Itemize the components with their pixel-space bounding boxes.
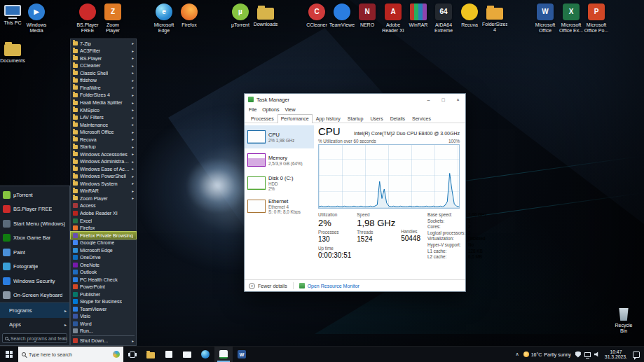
perf-tile-memory[interactable]: Memory2,5/3,9 GB (64%) xyxy=(245,148,314,172)
flyout-item-lav-filters[interactable]: LAV Filters▸ xyxy=(71,113,136,121)
flyout-item-excel[interactable]: Excel xyxy=(71,217,136,225)
flyout-item-haali-media-splitter[interactable]: Haali Media Splitter▸ xyxy=(71,99,136,106)
minimize-button[interactable]: – xyxy=(421,94,436,105)
flyout-item-ffdshow[interactable]: ffdshow▸ xyxy=(71,77,136,85)
tab-startup[interactable]: Startup xyxy=(344,114,367,123)
taskbar-app-edge[interactable] xyxy=(196,347,214,362)
weather-widget[interactable]: 16°C Partly sunny xyxy=(523,351,571,357)
desktop-icon-bs-player-free[interactable]: BS.Player FREE xyxy=(75,4,100,34)
perf-tile-disk-0-c[interactable]: Disk 0 (C:)HDD2% xyxy=(245,172,314,195)
close-button[interactable]: × xyxy=(451,94,465,105)
open-resource-monitor-link[interactable]: Open Resource Monitor xyxy=(308,284,359,288)
desktop-icon-teamviewer[interactable]: TeamViewer xyxy=(329,4,355,28)
start-item-fotografije[interactable]: Fotografije xyxy=(0,260,69,274)
menu-file[interactable]: File xyxy=(246,107,259,112)
hidden-icons-chevron[interactable]: ∧ xyxy=(516,351,519,357)
menu-options[interactable]: Options xyxy=(259,107,282,112)
perf-tile-cpu[interactable]: CPU2% 1,98 GHz xyxy=(245,125,314,148)
flyout-item-firefox[interactable]: Firefox xyxy=(71,224,136,232)
flyout-item-ccleaner[interactable]: CCleaner▸ xyxy=(71,62,136,70)
desktop-icon-nero[interactable]: NNERO xyxy=(355,4,380,28)
flyout-item-windows-ease-of-access[interactable]: Windows Ease of Access▸ xyxy=(71,165,136,173)
flyout-item-word[interactable]: Word xyxy=(71,320,136,328)
shield-icon[interactable] xyxy=(575,351,581,358)
start-menu-search-input[interactable]: Search programs and features xyxy=(2,333,67,343)
flyout-item-windows-accessories[interactable]: Windows Accessories▸ xyxy=(71,151,136,158)
flyout-item-bs-player[interactable]: BS.Player▸ xyxy=(71,55,136,62)
desktop-icon-torrent[interactable]: µµTorrent xyxy=(228,4,253,28)
desktop-icon-firefox[interactable]: Firefox xyxy=(177,4,202,28)
desktop-icon-this-pc[interactable]: This PC xyxy=(0,4,25,26)
flyout-item-7-zip[interactable]: 7-Zip▸ xyxy=(71,40,136,48)
desktop-icon-microsoft-office-po[interactable]: PMicrosoft Office Po... xyxy=(584,4,609,34)
taskbar-clock[interactable]: 10:47 31.3.2023. xyxy=(605,349,627,360)
taskbar-app-word[interactable]: W xyxy=(233,347,251,362)
flyout-item-windows-powershell[interactable]: Windows PowerShell▸ xyxy=(71,173,136,181)
desktop-icon-microsoft-edge[interactable]: eMicrosoft Edge xyxy=(151,4,177,34)
action-center-icon[interactable] xyxy=(633,351,640,358)
flyout-item-kmspico[interactable]: KMSpico▸ xyxy=(71,106,136,114)
start-item-on-screen-keyboard[interactable]: On-Screen Keyboard xyxy=(0,288,69,303)
start-item-xbox-game-bar[interactable]: Xbox Game Bar xyxy=(0,231,69,246)
start-item-programs[interactable]: Programs▸ xyxy=(0,302,69,318)
tab-details[interactable]: Details xyxy=(387,114,409,123)
maximize-button[interactable]: □ xyxy=(436,94,451,105)
flyout-item-outlook[interactable]: Outlook xyxy=(71,268,136,276)
start-item-apps[interactable]: Apps▸ xyxy=(0,318,69,333)
flyout-item-winrar[interactable]: WinRAR▸ xyxy=(71,188,136,195)
desktop-icon-documents[interactable]: Documents xyxy=(0,40,25,64)
desktop-icon-windows-media-player[interactable]: ▶Windows Media Player xyxy=(24,4,49,34)
start-item-torrent[interactable]: µTorrent xyxy=(0,188,69,202)
titlebar[interactable]: Task Manager – □ × xyxy=(245,94,465,105)
flyout-item-finalwire[interactable]: FinalWire▸ xyxy=(71,84,136,92)
flyout-item-zoom-player[interactable]: Zoom Player▸ xyxy=(71,195,136,202)
flyout-item-shut-down[interactable]: Shut Down...▸ xyxy=(71,337,136,344)
flyout-item-startup[interactable]: Startup▸ xyxy=(71,143,136,151)
flyout-item-microsoft-edge[interactable]: Microsoft Edge xyxy=(71,246,136,254)
flyout-item-recuva[interactable]: Recuva▸ xyxy=(71,136,136,144)
taskbar-app-mail[interactable] xyxy=(178,347,196,362)
flyout-item-skype-for-business[interactable]: Skype for Business xyxy=(71,298,136,306)
desktop-icon-microsoft-office-wo[interactable]: WMicrosoft Office Wo... xyxy=(533,4,558,34)
desktop-icon-adobe-reader-xi[interactable]: AAdobe Reader XI xyxy=(381,4,406,34)
flyout-item-visio[interactable]: Visio xyxy=(71,313,136,321)
menu-view[interactable]: View xyxy=(282,107,298,112)
flyout-item-teamviewer[interactable]: TeamViewer xyxy=(71,305,136,313)
taskbar-app-task-manager[interactable] xyxy=(214,347,233,362)
taskbar-app-store[interactable] xyxy=(160,347,178,362)
flyout-item-onedrive[interactable]: OneDrive xyxy=(71,253,136,261)
start-item-windows-security[interactable]: Windows Security xyxy=(0,274,69,288)
flyout-item-windows-administrative-tools[interactable]: Windows Administrative Tools▸ xyxy=(71,158,136,166)
taskbar-app-file-explorer[interactable] xyxy=(142,347,160,362)
tab-processes[interactable]: Processes xyxy=(247,114,278,123)
start-button[interactable] xyxy=(0,347,18,362)
desktop-icon-downloads[interactable]: Downloads xyxy=(253,4,278,27)
flyout-item-classic-shell[interactable]: Classic Shell▸ xyxy=(71,69,136,77)
desktop-icon-recycle-bin[interactable]: Recycle Bin xyxy=(611,305,636,334)
volume-icon[interactable] xyxy=(594,351,601,358)
perf-tile-ethernet[interactable]: EthernetEthernet 4S: 0 R: 8,0 Kbps xyxy=(245,195,314,218)
desktop-icon-microsoft-office-ex[interactable]: XMicrosoft Office Ex... xyxy=(559,4,584,34)
flyout-item-pc-health-check[interactable]: PC Health Check xyxy=(71,276,136,284)
flyout-item-microsoft-office[interactable]: Microsoft Office▸ xyxy=(71,128,136,136)
flyout-item-onenote[interactable]: OneNote xyxy=(71,261,136,269)
flyout-item-firefox-private-browsing[interactable]: Firefox Private Browsing xyxy=(71,232,136,239)
start-item-bs-player-free[interactable]: BS.Player FREE xyxy=(0,202,69,217)
desktop-icon-zoom-player-max[interactable]: ZZoom Player MAX xyxy=(100,4,125,34)
flyout-item-powerpoint[interactable]: PowerPoint xyxy=(71,284,136,291)
tab-app-history[interactable]: App history xyxy=(313,114,344,123)
flyout-item-maintenance[interactable]: Maintenance▸ xyxy=(71,121,136,129)
taskbar-app-task-view[interactable] xyxy=(123,347,142,362)
desktop-icon-winrar[interactable]: WinRAR xyxy=(406,4,431,28)
taskbar-search-input[interactable]: Type here to search xyxy=(18,347,123,362)
flyout-item-adobe-reader-xi[interactable]: Adobe Reader XI xyxy=(71,209,136,217)
flyout-item-foldersizes-4[interactable]: FolderSizes 4▸ xyxy=(71,92,136,99)
desktop-icon-ccleaner[interactable]: CCCleaner xyxy=(304,4,329,28)
tab-users[interactable]: Users xyxy=(366,114,386,123)
desktop-icon-aida64-extreme[interactable]: 64AIDA64 Extreme xyxy=(431,4,456,34)
flyout-item-access[interactable]: Access xyxy=(71,202,136,210)
tab-performance[interactable]: Performance xyxy=(278,114,313,123)
desktop-icon-foldersizes-4[interactable]: FolderSizes 4 xyxy=(482,4,507,33)
flyout-item-google-chrome[interactable]: Google Chrome xyxy=(71,239,136,246)
start-item-start-menu-windows[interactable]: Start Menu (Windows) xyxy=(0,216,69,231)
